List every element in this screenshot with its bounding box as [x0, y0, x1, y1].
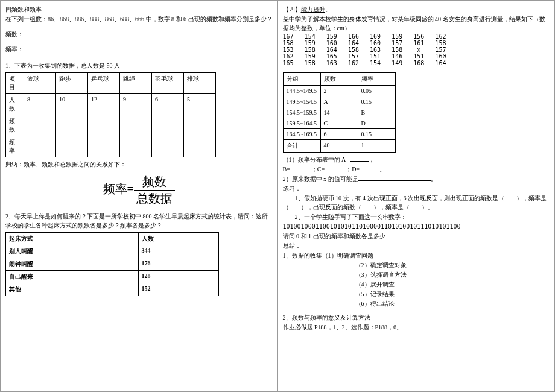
cell: 40 — [320, 140, 358, 153]
cell: 149.5~154.5 — [283, 96, 320, 107]
semi: ； — [369, 156, 375, 163]
summary-1-5: （5）记录结果 — [283, 289, 550, 299]
cell: 9 — [120, 94, 152, 115]
question2: 2、每天早上你是如何醒来的？下面是一所学校初中 800 名学生早晨起床方式的统计… — [5, 212, 273, 230]
data-row: 153 158 164 158 163 158 x 157 — [283, 46, 550, 53]
q2-line: 2）原来数据中 x 的值可能是。 — [283, 174, 550, 183]
summary-1-2: （2）确定调查对象 — [283, 261, 550, 270]
col-header: 乒乓球 — [88, 73, 120, 94]
blank — [361, 165, 379, 171]
period: 。 — [379, 166, 385, 172]
tbl2-cell: 176 — [138, 258, 218, 271]
wakeup-table: 起床方式 人数 别人叫醒344 闹钟叫醒176 自己醒来128 其他152 — [5, 232, 219, 296]
freq-dist-table: 分组 频数 频率 144.5~149.520.05 149.5~154.5A0.… — [283, 72, 396, 153]
section-title: 能力提升 — [301, 6, 325, 13]
data-row: 165 158 163 162 154 149 168 164 — [283, 60, 550, 66]
cell: C — [320, 118, 358, 129]
cell: 0.15 — [358, 129, 395, 140]
formula-lhs: 频率= — [103, 182, 134, 195]
q1d: ；D= — [346, 166, 361, 172]
section-header: 【四】能力提升。 — [283, 5, 550, 14]
lianxi-label: 练习： — [283, 184, 550, 193]
cell: 12 — [88, 94, 120, 115]
q1-line2: B= ；C= ；D= 。 — [283, 165, 550, 174]
question-text: 在下列一组数：86、868、886、888、868、688、666 中，数字 8… — [5, 14, 273, 24]
col-header: 羽毛球 — [152, 73, 184, 94]
tbl2-cell: 别人叫醒 — [6, 245, 139, 258]
cell: 2 — [320, 86, 358, 96]
formula-num: 频数 — [134, 174, 175, 191]
tbl2-cell: 闹钟叫醒 — [6, 258, 139, 271]
row-label: 人数 — [6, 94, 24, 115]
q1a: （1）频率分布表中的 A= — [283, 156, 351, 163]
col-header: 跑步 — [56, 73, 88, 94]
tbl2-header: 人数 — [138, 233, 218, 245]
tbl3-header: 频数 — [320, 73, 358, 86]
summary-1: 1、数据的收集（1）明确调查问题 — [283, 251, 550, 260]
summary-1-3: （3）选择调查方法 — [283, 270, 550, 279]
formula-den: 总数据 — [134, 191, 175, 207]
tbl2-header: 起床方式 — [6, 233, 139, 245]
col-header: 排球 — [184, 73, 216, 94]
digit-string: 1010010001100101010110100001101010010111… — [283, 222, 550, 231]
blank — [326, 165, 344, 171]
cell: 5 — [184, 94, 216, 115]
homework: 作业必做题 P188，1、2。选作题：P188，6。 — [283, 323, 550, 332]
ex2: 2、一个学生随手写了下面这一长串数字： — [283, 212, 550, 221]
blank — [358, 175, 431, 181]
tbl2-cell: 344 — [138, 245, 218, 258]
q1-line: （1）频率分布表中的 A= ； — [283, 155, 550, 164]
cell: 164.5~169.5 — [283, 129, 320, 140]
cell: A — [320, 96, 358, 107]
intro-text: 某中学为了解本校学生的身体发育情况，对某年级同龄的 40 名女生的身高进行测量，… — [283, 14, 550, 33]
col-header: 篮球 — [24, 73, 56, 94]
data-row: 162 159 165 157 151 146 151 160 — [283, 53, 550, 60]
period: 。 — [325, 6, 331, 13]
cell: D — [358, 118, 395, 129]
sports-table: 项目 篮球 跑步 乒乓球 跳绳 羽毛球 排球 人数 8 10 12 9 6 5 … — [5, 72, 216, 157]
summary-2: 2、频数与频率的意义及计算方法 — [283, 313, 550, 322]
guina-text: 归纳：频率、频数和总数据之间的关系如下： — [5, 160, 273, 169]
summary-1-4: （4）展开调查 — [283, 280, 550, 289]
tbl2-cell: 其他 — [6, 283, 139, 296]
row-label: 频率 — [6, 136, 24, 157]
cell: 159.5~164.5 — [283, 118, 320, 129]
cell: 1 — [358, 140, 395, 153]
cell: 144.5~149.5 — [283, 86, 320, 96]
cell: 154.5~159.5 — [283, 107, 320, 118]
period: 。 — [431, 175, 437, 182]
cell: 14 — [320, 107, 358, 118]
cell: 8 — [24, 94, 56, 115]
tbl2-cell: 自己醒来 — [6, 271, 139, 283]
tbl3-header: 分组 — [283, 73, 320, 86]
row-label: 频数 — [6, 115, 24, 136]
cell: 10 — [56, 94, 88, 115]
section-tag: 【四】 — [283, 6, 301, 13]
q1b: B= — [283, 166, 292, 172]
cell: 0.15 — [358, 96, 395, 107]
col-header: 跳绳 — [120, 73, 152, 94]
cell: 6 — [320, 129, 358, 140]
formula: 频率=频数总数据 — [5, 174, 273, 207]
section-title: 四频数和频率 — [5, 5, 273, 14]
cell: 合计 — [283, 140, 320, 153]
ex2q: 请问 0 和 1 出现的频率和频数各是多少 — [283, 232, 550, 241]
tbl2-cell: 152 — [138, 283, 218, 296]
freq-count-label: 频数： — [5, 30, 273, 39]
cell: 6 — [152, 94, 184, 115]
ex1: 1、假如抛硬币 10 次，有 4 次出现正面，6 次出现反面，则出现正面的频数是… — [283, 194, 550, 212]
q1c: ；C= — [311, 166, 326, 172]
data-row: 158 159 160 164 160 157 161 158 — [283, 40, 550, 46]
row-label: 项目 — [6, 73, 24, 94]
blank — [291, 165, 309, 171]
blank — [350, 156, 369, 162]
freq-rate-label: 频率： — [5, 45, 273, 54]
cell: 0.05 — [358, 86, 395, 96]
data-row: 167 154 159 166 169 159 156 162 — [283, 33, 550, 40]
cell: B — [358, 107, 395, 118]
q2: 2）原来数据中 x 的值可能是 — [283, 175, 358, 182]
tbl2-cell: 128 — [138, 271, 218, 283]
tbl3-header: 频率 — [358, 73, 395, 86]
zongjie-label: 总结： — [283, 241, 550, 250]
summary-1-6: （6）得出结论 — [283, 299, 550, 308]
